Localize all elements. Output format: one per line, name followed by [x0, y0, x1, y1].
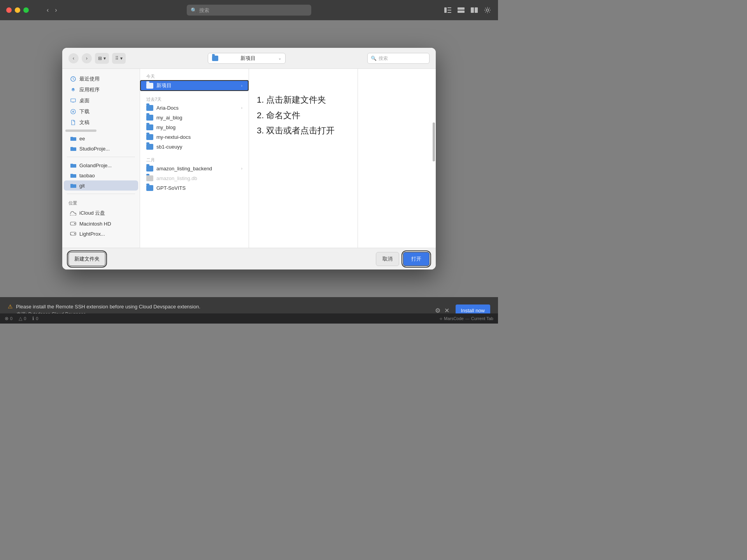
minimize-button[interactable]: [15, 7, 20, 13]
file-item-gpt-sovits[interactable]: GPT-SoVITS: [140, 183, 249, 193]
svg-point-13: [74, 223, 75, 224]
disk-icon: [70, 220, 76, 227]
traffic-lights: [6, 7, 29, 13]
status-errors: ⊗ 0: [5, 316, 12, 321]
notification-close-icon[interactable]: ✕: [444, 307, 449, 314]
sidebar-item-studio[interactable]: StudioProje...: [64, 144, 138, 154]
svg-rect-5: [458, 10, 465, 13]
back-button[interactable]: ‹: [44, 6, 51, 14]
status-bar: ⊗ 0 △ 0 ℹ 0 ⟢ MarsCode — Current Tab: [0, 313, 498, 324]
file-column-main: 今天 新项目 › 过去7天 Aria-Docs › my_ai_blog: [140, 69, 249, 248]
dialog-footer: 新建文件夹 取消 打开: [62, 248, 436, 270]
dialog-forward-button[interactable]: ›: [82, 53, 92, 63]
icon-arrow-icon: ▾: [120, 56, 123, 61]
aria-chevron-icon: ›: [241, 106, 242, 110]
file-label-blog: my_blog: [156, 124, 175, 130]
sidebar-item-goland[interactable]: GolandProje...: [64, 160, 138, 170]
layout-icon[interactable]: [457, 6, 465, 14]
locations-section-label: 位置: [62, 197, 140, 208]
sidebar-item-docs[interactable]: 文稿: [64, 117, 138, 128]
folder-icon-nextui: [146, 134, 153, 140]
maximize-button[interactable]: [23, 7, 29, 13]
file-label-amazon: amazon_listing_backend: [156, 166, 212, 172]
file-item-nextui[interactable]: my-nextui-docs: [140, 132, 249, 142]
sidebar-label-lightprox: LightProx...: [79, 231, 105, 237]
brand-icon: ⟢: [439, 316, 442, 321]
info-count: 0: [36, 316, 38, 321]
scrollbar-thumb-2[interactable]: [433, 122, 435, 161]
forward-button[interactable]: ›: [53, 6, 59, 14]
month-label: 二月: [140, 156, 249, 164]
sidebar-label-icloud: iCloud 云盘: [79, 210, 105, 217]
svg-rect-6: [471, 7, 474, 13]
titlebar-search-input[interactable]: [199, 7, 307, 13]
svg-point-8: [486, 9, 489, 11]
sidebar-item-icloud[interactable]: iCloud 云盘: [64, 208, 138, 219]
svg-rect-3: [447, 12, 451, 13]
titlebar-search-box: 🔍: [187, 5, 311, 16]
sidebar-item-lightprox[interactable]: LightProx...: [64, 229, 138, 239]
sidebar-label-taobao: taobao: [79, 173, 95, 178]
notification-settings-icon[interactable]: ⚙: [435, 307, 440, 314]
folder-icon-gpt: [146, 185, 153, 191]
file-item-sb1[interactable]: sb1-cueuyy: [140, 142, 249, 152]
file-label-amazon-db: amazon_listing.db: [156, 175, 197, 181]
warning-icon: ⚠: [8, 303, 13, 310]
file-item-my-ai-blog[interactable]: my_ai_blog: [140, 113, 249, 122]
dialog-toolbar: ‹ › ⊞ ▾ ⠿ ▾ 新项目 ⌄ 🔍: [62, 48, 436, 69]
sidebar-item-apps[interactable]: 应用程序: [64, 84, 138, 95]
file-column-empty2: [358, 69, 436, 248]
folder-icon-amazon: [146, 166, 153, 172]
icon-grid-icon: ⠿: [115, 56, 119, 61]
sidebar-label-git: git: [79, 183, 85, 189]
sidebar-item-recent[interactable]: 最近使用: [64, 74, 138, 84]
new-folder-button[interactable]: 新建文件夹: [68, 252, 105, 266]
sidebar-toggle-icon[interactable]: [444, 6, 452, 14]
cancel-button[interactable]: 取消: [376, 252, 399, 266]
file-item-aria-docs[interactable]: Aria-Docs ›: [140, 103, 249, 113]
today-label: 今天: [140, 72, 249, 80]
icon-view-button[interactable]: ⠿ ▾: [112, 53, 126, 64]
disk-icon-2: [70, 231, 76, 237]
sidebar-item-macintosh[interactable]: Macintosh HD: [64, 219, 138, 229]
sidebar-label-studio: StudioProje...: [79, 146, 110, 152]
file-label-sb1: sb1-cueuyy: [156, 144, 182, 150]
sidebar-item-ee[interactable]: ee: [64, 133, 138, 144]
grid-view-button[interactable]: ⊞ ▾: [95, 53, 109, 64]
sidebar-item-desktop[interactable]: 桌面: [64, 95, 138, 106]
svg-point-15: [74, 233, 75, 234]
sidebar-item-git[interactable]: git: [64, 180, 138, 191]
amazon-chevron-icon: ›: [241, 166, 242, 171]
folder-icon-blog: [146, 124, 153, 130]
panel-icon[interactable]: [470, 6, 479, 14]
notification-warning-text: Please install the Remote SSH extension …: [16, 303, 200, 311]
settings-icon[interactable]: [483, 6, 492, 14]
sidebar-label-goland: GolandProje...: [79, 163, 112, 168]
error-count: 0: [10, 316, 12, 321]
file-item-my-blog[interactable]: my_blog: [140, 122, 249, 132]
search-icon: 🔍: [371, 56, 377, 61]
close-button[interactable]: [6, 7, 12, 13]
brand-separator: —: [465, 316, 470, 321]
titlebar-actions: [444, 6, 492, 14]
titlebar-nav: ‹ ›: [44, 6, 60, 14]
sidebar-item-taobao[interactable]: taobao: [64, 170, 138, 180]
svg-rect-7: [475, 7, 478, 13]
week-label: 过去7天: [140, 95, 249, 103]
folder-icon: [70, 135, 76, 142]
status-brand: ⟢ MarsCode — Current Tab: [439, 316, 493, 321]
sidebar-label-desktop: 桌面: [79, 97, 89, 104]
cloud-icon: [70, 210, 76, 216]
sidebar-divider-2: [67, 194, 135, 194]
grid-icon: ⊞: [98, 56, 102, 61]
open-button[interactable]: 打开: [403, 252, 430, 266]
sidebar-label-ee: ee: [79, 136, 85, 142]
file-item-amazon[interactable]: amazon_listing_backend ›: [140, 164, 249, 173]
dialog-back-button[interactable]: ‹: [68, 53, 79, 63]
location-selector[interactable]: 新项目 ⌄: [208, 53, 286, 64]
file-item-xinxiangmu[interactable]: 新项目 ›: [140, 80, 249, 91]
sidebar-item-downloads[interactable]: 下载: [64, 106, 138, 117]
file-item-chevron: ›: [241, 84, 242, 88]
dialog-search-input[interactable]: [379, 56, 426, 61]
warning-status-icon: △: [19, 316, 22, 321]
